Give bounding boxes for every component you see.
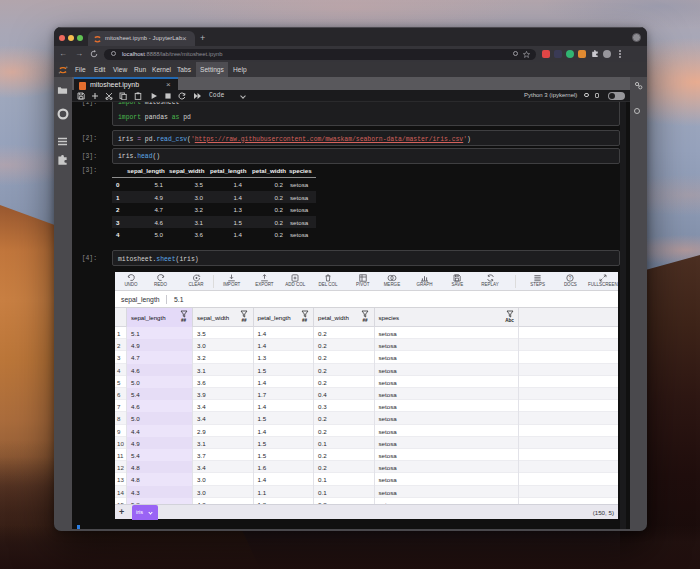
svg-text:?: ?	[569, 275, 572, 280]
